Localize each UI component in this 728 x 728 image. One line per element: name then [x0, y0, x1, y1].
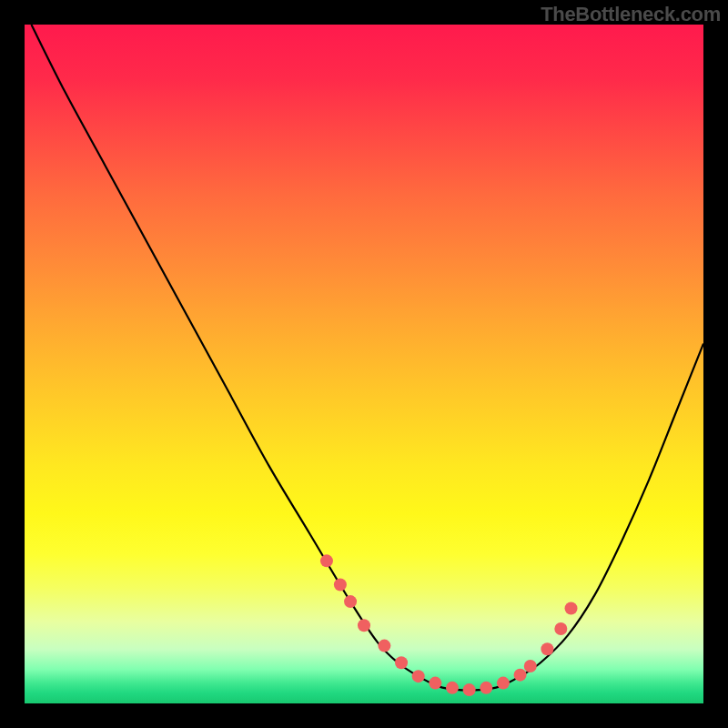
marker-point [554, 622, 567, 635]
chart-svg [25, 25, 703, 703]
marker-point [320, 554, 333, 567]
marker-point [378, 640, 390, 652]
marker-point [565, 602, 578, 615]
marker-group [320, 554, 578, 696]
marker-point [524, 660, 537, 672]
marker-point [480, 682, 492, 694]
bottleneck-curve [31, 25, 703, 691]
plot-area [25, 25, 703, 703]
marker-point [412, 670, 425, 682]
marker-point [334, 578, 347, 591]
marker-point [446, 682, 459, 694]
marker-point [429, 677, 441, 690]
marker-point [514, 669, 527, 682]
watermark-text: TheBottleneck.com [541, 3, 721, 26]
chart-frame: TheBottleneck.com [0, 0, 728, 728]
marker-point [358, 619, 370, 632]
marker-point [541, 642, 553, 655]
marker-point [344, 595, 357, 608]
marker-point [395, 656, 408, 669]
marker-point [463, 683, 476, 696]
marker-point [497, 677, 510, 690]
